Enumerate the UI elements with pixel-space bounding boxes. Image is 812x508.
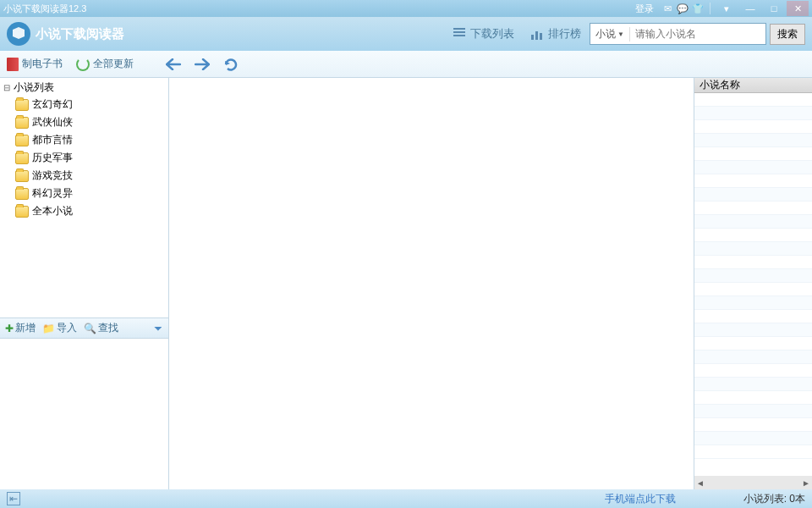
search-type-label: 小说: [595, 27, 616, 41]
add-button[interactable]: ✚新增: [5, 321, 36, 335]
login-link[interactable]: 登录: [630, 3, 659, 15]
mail-icon[interactable]: ✉: [661, 2, 674, 15]
minimize-button[interactable]: —: [739, 1, 761, 16]
category-item[interactable]: 武侠仙侠: [0, 113, 168, 131]
search-input[interactable]: [630, 28, 765, 40]
list-row[interactable]: [694, 93, 812, 107]
category-item[interactable]: 全本小说: [0, 202, 168, 220]
tree-root[interactable]: ⊟ 小说列表: [0, 80, 168, 96]
maximize-button[interactable]: □: [763, 1, 785, 16]
category-item[interactable]: 玄幻奇幻: [0, 96, 168, 113]
list-row[interactable]: [694, 134, 812, 147]
category-label: 武侠仙侠: [32, 115, 73, 130]
app-logo-icon: [7, 22, 30, 46]
category-label: 全本小说: [32, 204, 73, 218]
list-row[interactable]: [694, 256, 812, 269]
close-button[interactable]: ✕: [787, 1, 809, 16]
scroll-left-icon[interactable]: ◄: [696, 478, 705, 488]
folder-icon: [15, 188, 29, 200]
update-all-label: 全部更新: [93, 57, 134, 71]
list-row[interactable]: [694, 202, 812, 215]
nav-buttons: [164, 55, 240, 74]
titlebar-controls: 登录 ✉ 💬 👕 ▾ — □ ✕: [630, 1, 809, 16]
list-row[interactable]: [694, 296, 812, 310]
list-row[interactable]: [694, 351, 812, 364]
add-label: 新增: [15, 321, 36, 335]
plus-icon: ✚: [5, 323, 14, 334]
list-row[interactable]: [694, 310, 812, 323]
chevron-down-icon: ▼: [617, 30, 624, 38]
list-row[interactable]: [694, 337, 812, 351]
book-icon: [7, 58, 19, 71]
expand-icon[interactable]: ⏷: [153, 323, 163, 334]
make-ebook-button[interactable]: 制电子书: [7, 57, 63, 71]
forward-button[interactable]: [193, 55, 211, 74]
list-row[interactable]: [694, 283, 812, 296]
update-all-button[interactable]: 全部更新: [76, 57, 134, 71]
list-row[interactable]: [694, 269, 812, 283]
list-row[interactable]: [694, 323, 812, 337]
status-center: 手机端点此下载: [20, 492, 743, 506]
find-button[interactable]: 🔍查找: [84, 321, 118, 335]
list-row[interactable]: [694, 161, 812, 174]
category-item[interactable]: 历史军事: [0, 149, 168, 167]
sidebar: ⊟ 小说列表 玄幻奇幻 武侠仙侠 都市言情 历史军事 游戏竞技 科幻灵异 全本小…: [0, 78, 169, 489]
search-button[interactable]: 搜索: [770, 24, 805, 45]
list-row[interactable]: [694, 215, 812, 229]
divider: [710, 3, 710, 14]
reload-button[interactable]: [222, 55, 240, 74]
list-row[interactable]: [694, 147, 812, 161]
import-button[interactable]: 📁导入: [42, 321, 77, 335]
right-header-label: 小说名称: [700, 78, 740, 92]
titlebar: 小说下载阅读器12.3 登录 ✉ 💬 👕 ▾ — □ ✕: [0, 0, 812, 17]
settings-icon[interactable]: ▾: [716, 1, 738, 16]
list-row[interactable]: [694, 242, 812, 256]
list-row[interactable]: [694, 445, 812, 459]
list-row[interactable]: [694, 405, 812, 418]
right-panel: 小说名称 ◄ ►: [694, 78, 812, 489]
folder-icon: [15, 99, 29, 111]
back-button[interactable]: [164, 55, 183, 74]
list-row[interactable]: [694, 120, 812, 134]
content-area: [169, 78, 694, 489]
list-row[interactable]: [694, 432, 812, 445]
list-row[interactable]: [694, 364, 812, 378]
list-row[interactable]: [694, 174, 812, 188]
list-row[interactable]: [694, 418, 812, 432]
toolbar: 制电子书 全部更新: [0, 51, 812, 78]
category-label: 玄幻奇幻: [32, 97, 73, 112]
chart-icon: [531, 28, 545, 40]
list-row[interactable]: [694, 378, 812, 391]
list-row[interactable]: [694, 107, 812, 120]
download-list-button[interactable]: 下载列表: [445, 23, 523, 45]
folder-icon: [15, 152, 29, 164]
scroll-right-icon[interactable]: ►: [802, 478, 810, 488]
download-list-label: 下载列表: [470, 26, 514, 41]
list-row[interactable]: [694, 188, 812, 202]
category-label: 历史军事: [32, 151, 73, 165]
status-toggle-icon[interactable]: ⇤: [7, 492, 20, 505]
category-tree: ⊟ 小说列表 玄幻奇幻 武侠仙侠 都市言情 历史军事 游戏竞技 科幻灵异 全本小…: [0, 78, 168, 318]
horizontal-scrollbar[interactable]: ◄ ►: [694, 476, 812, 489]
list-row[interactable]: [694, 229, 812, 242]
folder-icon: [15, 135, 29, 146]
mobile-download-link[interactable]: 手机端点此下载: [605, 493, 676, 505]
search-type-selector[interactable]: 小说 ▼: [590, 27, 630, 41]
list-row[interactable]: [694, 391, 812, 405]
right-panel-header[interactable]: 小说名称: [694, 78, 812, 93]
tree-root-label: 小说列表: [14, 80, 54, 95]
folder-icon: [15, 206, 29, 218]
chat-icon[interactable]: 💬: [676, 2, 689, 15]
import-icon: 📁: [42, 323, 55, 334]
category-item[interactable]: 游戏竞技: [0, 167, 168, 185]
category-item[interactable]: 科幻灵异: [0, 185, 168, 202]
search-box: 小说 ▼: [590, 23, 766, 45]
category-label: 都市言情: [32, 133, 73, 147]
status-count: 小说列表: 0本: [743, 492, 805, 506]
window-title: 小说下载阅读器12.3: [3, 3, 630, 15]
ranking-button[interactable]: 排行榜: [523, 23, 590, 45]
ranking-label: 排行榜: [548, 26, 581, 41]
shirt-icon[interactable]: 👕: [691, 2, 705, 15]
category-label: 科幻灵异: [32, 186, 73, 201]
category-item[interactable]: 都市言情: [0, 131, 168, 149]
